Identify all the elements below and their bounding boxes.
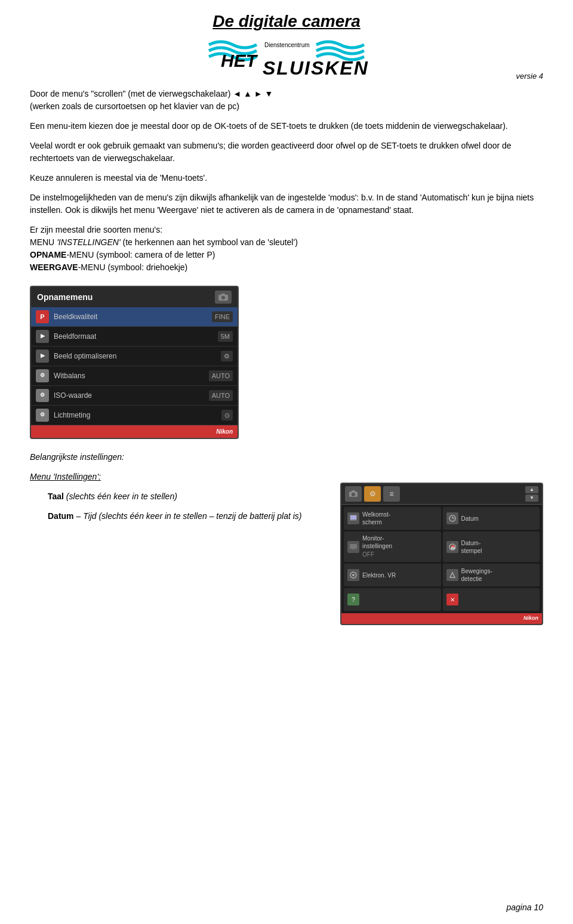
- menu-value-3: AUTO: [209, 370, 233, 382]
- menu-label-5: Lichtmeting: [54, 410, 221, 421]
- cs2-label-monitor: Monitor- instellingen OFF: [362, 534, 392, 559]
- svg-rect-8: [352, 490, 355, 492]
- cs2-grid: Welkomst- scherm Datum: [341, 505, 542, 613]
- cs2-cell-beweging: Bewegings- detectie: [443, 564, 540, 586]
- cs2-cell-datumstempel: 📅 Datum- stempel: [443, 531, 540, 562]
- paragraph-4: Keuze annuleren is meestal via de 'Menu-…: [30, 172, 543, 184]
- cs2-icon-monitor: [347, 541, 359, 553]
- cs2-icon-datum: [446, 512, 458, 524]
- camera-footer-1: Nikon: [31, 425, 238, 438]
- cs2-cell-welkomst: Welkomst- scherm: [344, 507, 441, 530]
- svg-rect-5: [221, 293, 225, 295]
- cs2-label-beweging: Bewegings- detectie: [461, 567, 492, 583]
- cs2-label-vr: Elektron. VR: [362, 571, 396, 579]
- menu-value-1: 5M: [218, 331, 233, 342]
- menu-label-2: Beeld optimaliseren: [54, 351, 221, 361]
- instellingen-heading: Belangrijkste instellingen:: [30, 451, 543, 463]
- cs2-nav: ▲ ▼: [525, 486, 538, 502]
- menu-value-5: ⊙: [221, 410, 233, 421]
- cs2-cell-help: ?: [344, 588, 441, 611]
- badge-gear-4: ⚙: [36, 389, 49, 402]
- menu-label-3: Witbalans: [54, 370, 209, 381]
- p6-intro: Er zijn meestal drie soorten menu's:: [30, 225, 162, 234]
- cs2-icon-datumstempel: 📅: [446, 541, 458, 553]
- badge-movie-1: ▶: [36, 330, 49, 343]
- svg-text:Dienstencentrum: Dienstencentrum: [264, 42, 310, 48]
- cs2-cell-close: ✕: [443, 588, 540, 611]
- cs2-cell-datum: Datum: [443, 507, 540, 530]
- svg-point-19: [352, 574, 355, 576]
- svg-text:HET: HET: [221, 51, 258, 70]
- p6-menu1: MENU 'INSTELLINGEN' (te herkennen aan he…: [30, 237, 298, 247]
- p6-menu1-sub: (te herkennen aan het symbool van de 'sl…: [121, 237, 298, 247]
- menu-label-1: Beeldformaat: [54, 331, 218, 342]
- svg-rect-15: [352, 549, 355, 550]
- instellingen-section: Belangrijkste instellingen: Menu 'Instel…: [30, 451, 543, 625]
- cs2-icon-help: ?: [347, 594, 359, 605]
- camera-screen-opnamemenu: Opnamemenu P Beeldkwaliteit FINE ▶ Beeld…: [30, 286, 239, 439]
- logo-svg: HET Dienstencentrum SLUISKEN: [203, 34, 370, 79]
- instellingen-text: Menu 'Instellingen': Taal (slechts één k…: [30, 471, 322, 530]
- p1-text: Door de menu's "scrollen" (met de vierwe…: [30, 89, 273, 98]
- camera-icon: [215, 291, 232, 304]
- page-title: De digitale camera: [30, 12, 543, 31]
- paragraph-3: Veelal wordt er ook gebruik gemaakt van …: [30, 140, 543, 165]
- menu-label-0: Beeldkwaliteit: [54, 311, 212, 322]
- camera-menu-item-3: ⚙ Witbalans AUTO: [31, 366, 238, 386]
- badge-gear-3: ⚙: [36, 369, 49, 382]
- p6-menu2: OPNAME-MENU (symbool: camera of de lette…: [30, 250, 215, 259]
- cs2-cell-vr: Elektron. VR: [344, 564, 441, 586]
- menu-value-4: AUTO: [209, 390, 233, 401]
- paragraph-1: Door de menu's "scrollen" (met de vierwe…: [30, 88, 543, 113]
- camera-menu-item-5: ⚙ Lichtmeting ⊙: [31, 406, 238, 425]
- camera-header: Opnamemenu: [31, 287, 238, 307]
- cs2-tab-menu: ≡: [383, 486, 400, 502]
- svg-text:📅: 📅: [450, 545, 455, 549]
- camera-screen-instellingen: ⚙ ≡ ▲ ▼: [340, 471, 543, 625]
- instellingen-item-datum: Datum – Tijd (slechts één keer in te ste…: [48, 510, 322, 523]
- paragraph-2: Een menu-item kiezen doe je meestal door…: [30, 120, 543, 132]
- camera-menu-item-4: ⚙ ISO-waarde AUTO: [31, 386, 238, 406]
- svg-point-4: [221, 296, 225, 299]
- logo-container: HET Dienstencentrum SLUISKEN: [30, 34, 543, 79]
- cs2-tab-camera: [345, 486, 362, 502]
- cs2-icon-vr: [347, 569, 359, 581]
- camera-menu-item-0: P Beeldkwaliteit FINE: [31, 307, 238, 327]
- cs2-cell-monitor: Monitor- instellingen OFF: [344, 531, 441, 562]
- cs2-nav-down: ▼: [525, 495, 538, 502]
- menu-label-4: ISO-waarde: [54, 390, 209, 401]
- cs2-icon-beweging: [446, 569, 458, 581]
- cs2-label-datum: Datum: [461, 515, 479, 523]
- badge-gear-5: ⚙: [36, 409, 49, 422]
- p6-menu3: WEERGAVE-MENU (symbool: driehoekje): [30, 262, 187, 272]
- cs2-tab-gear: ⚙: [364, 486, 381, 502]
- images-row: Opnamemenu P Beeldkwaliteit FINE ▶ Beeld…: [30, 286, 543, 439]
- camera-menu-title: Opnamemenu: [37, 291, 93, 304]
- svg-rect-14: [350, 544, 357, 549]
- cs2-label-welkomst: Welkomst- scherm: [362, 511, 390, 526]
- svg-rect-10: [350, 515, 356, 520]
- version-label: versie 4: [516, 72, 543, 81]
- instellingen-items: Taal (slechts één keer in te stellen) Da…: [48, 490, 322, 523]
- page-number: pagina 10: [506, 903, 543, 912]
- menu-instellingen-label: Menu 'Instellingen':: [30, 471, 322, 483]
- menu-value-2: ⚙: [221, 351, 233, 362]
- paragraph-5: De instelmogelijkheden van de menu's zij…: [30, 191, 543, 217]
- cs2-icon-welkomst: [347, 512, 359, 524]
- instellingen-row: Menu 'Instellingen': Taal (slechts één k…: [30, 471, 543, 625]
- cs2-footer: Nikon: [341, 613, 542, 624]
- cs2-icon-close: ✕: [446, 594, 458, 605]
- cs2-nav-up: ▲: [525, 486, 538, 493]
- camera-menu-item-2: ▶ Beeld optimaliseren ⚙: [31, 347, 238, 366]
- p1b-text: (werken zoals de cursortoetsen op het kl…: [30, 101, 239, 111]
- svg-point-7: [352, 493, 355, 496]
- main-content: Door de menu's "scrollen" (met de vierwe…: [30, 88, 543, 625]
- camera-menu-item-1: ▶ Beeldformaat 5M: [31, 327, 238, 347]
- cs2-label-datumstempel: Datum- stempel: [461, 539, 482, 555]
- paragraph-6: Er zijn meestal drie soorten menu's: MEN…: [30, 224, 543, 274]
- menu-value-0: FINE: [212, 311, 233, 323]
- badge-movie-2: ▶: [36, 350, 49, 363]
- badge-p: P: [36, 310, 49, 323]
- cs2-container: ⚙ ≡ ▲ ▼: [340, 483, 543, 625]
- instellingen-item-taal: Taal (slechts één keer in te stellen): [48, 490, 322, 503]
